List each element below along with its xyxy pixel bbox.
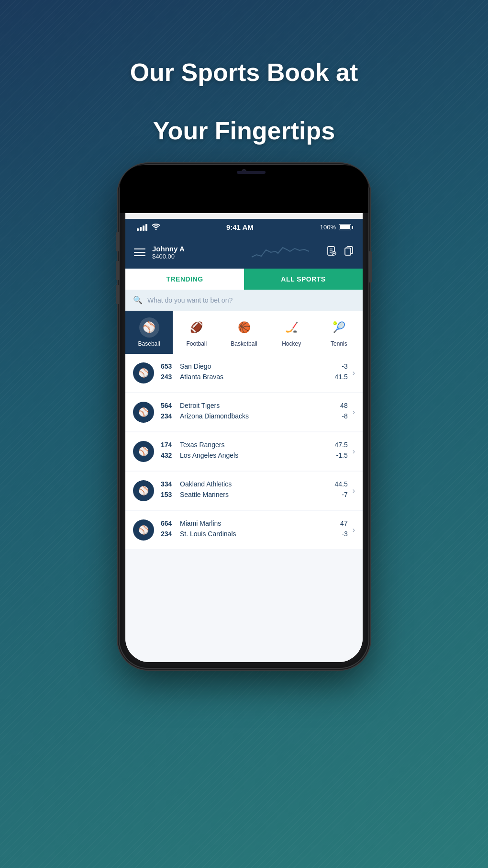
team2-name: Atlanta Bravas: [180, 373, 324, 381]
status-time: 9:41 AM: [226, 223, 254, 231]
battery-percent: 100%: [320, 224, 336, 231]
team1-name: San Diego: [180, 362, 324, 370]
chevron-right-icon: ›: [353, 526, 355, 534]
team2-number: 432: [161, 451, 175, 459]
team1-name: Oakland Athletics: [180, 480, 324, 488]
copy-button[interactable]: [344, 246, 354, 259]
hockey-icon: 🏒: [281, 317, 301, 338]
sport-basketball[interactable]: 🏀 Basketball: [220, 311, 267, 354]
team2-odds: -7: [329, 491, 348, 498]
team1-number: 653: [161, 362, 175, 370]
game-row[interactable]: ⚾ 334 Oakland Athletics 44.5 153 Seattle…: [125, 472, 363, 510]
team1-number: 334: [161, 480, 175, 488]
tab-trending[interactable]: TRENDING: [125, 269, 244, 290]
game-team1-row: 334 Oakland Athletics 44.5: [161, 480, 348, 488]
game-team2-row: 243 Atlanta Bravas 41.5: [161, 373, 348, 381]
team1-odds: 47: [329, 519, 348, 527]
game-row[interactable]: ⚾ 653 San Diego -3 243 Atlanta Bravas 41…: [125, 354, 363, 392]
team2-odds: -1.5: [329, 451, 348, 459]
team2-odds: -8: [329, 412, 348, 420]
team2-number: 234: [161, 530, 175, 538]
team1-odds: -3: [329, 362, 348, 370]
tennis-icon: 🎾: [329, 317, 349, 338]
search-bar[interactable]: 🔍 What do you want to bet on?: [125, 290, 363, 311]
game-info: 664 Miami Marlins 47 234 St. Louis Cardi…: [161, 519, 348, 541]
sport-baseball-label: Baseball: [138, 340, 160, 347]
sport-tennis-label: Tennis: [331, 340, 347, 347]
team2-odds: 41.5: [329, 373, 348, 381]
game-sport-icon: ⚾: [133, 441, 154, 462]
svg-rect-8: [345, 248, 351, 255]
hamburger-menu-button[interactable]: [134, 248, 145, 256]
user-info: Johnny A $400.00: [152, 245, 234, 260]
baseball-icon: ⚾: [139, 317, 159, 338]
sport-football[interactable]: 🏈 Football: [173, 311, 220, 354]
signal-icon: [137, 224, 147, 231]
game-team1-row: 174 Texas Rangers 47.5: [161, 441, 348, 449]
team1-name: Miami Marlins: [180, 519, 324, 527]
search-placeholder: What do you want to bet on?: [147, 296, 233, 304]
sport-baseball[interactable]: ⚾ Baseball: [125, 311, 173, 354]
game-team1-row: 653 San Diego -3: [161, 362, 348, 370]
game-sport-icon: ⚾: [133, 480, 154, 501]
basketball-icon: 🏀: [234, 317, 254, 338]
game-team2-row: 234 St. Louis Cardinals -3: [161, 530, 348, 538]
team1-odds: 44.5: [329, 480, 348, 488]
speaker: [237, 171, 266, 174]
tab-bar: TRENDING ALL SPORTS: [125, 269, 363, 290]
game-sport-icon: ⚾: [133, 362, 154, 383]
game-info: 564 Detroit Tigers 48 234 Arizona Diamon…: [161, 402, 348, 423]
chevron-right-icon: ›: [353, 408, 355, 417]
page-title: Our Sports Book at Your Fingertips: [101, 29, 387, 146]
team2-number: 234: [161, 412, 175, 420]
game-sport-icon: ⚾: [133, 519, 154, 541]
team1-name: Texas Rangers: [180, 441, 324, 449]
game-info: 653 San Diego -3 243 Atlanta Bravas 41.5: [161, 362, 348, 383]
notepad-button[interactable]: [326, 246, 337, 259]
team2-number: 243: [161, 373, 175, 381]
football-icon: 🏈: [187, 317, 207, 338]
user-balance: $400.00: [152, 253, 234, 260]
game-sport-icon: ⚾: [133, 402, 154, 423]
game-row[interactable]: ⚾ 564 Detroit Tigers 48 234 Arizona Diam…: [125, 393, 363, 431]
sports-categories: ⚾ Baseball 🏈 Football 🏀 Basketball 🏒 Hoc…: [125, 311, 363, 354]
status-bar: 9:41 AM 100%: [125, 219, 363, 236]
team2-number: 153: [161, 491, 175, 498]
team2-name: St. Louis Cardinals: [180, 530, 324, 538]
team1-number: 564: [161, 402, 175, 409]
app-header: Johnny A $400.00: [125, 236, 363, 269]
sport-tennis[interactable]: 🎾 Tennis: [315, 311, 363, 354]
phone-screen: 9:41 AM 100% Johnny A $400.00: [125, 171, 363, 662]
game-row[interactable]: ⚾ 664 Miami Marlins 47 234 St. Louis Car…: [125, 511, 363, 549]
sport-football-label: Football: [186, 340, 207, 347]
battery-icon: [339, 224, 351, 230]
game-team1-row: 664 Miami Marlins 47: [161, 519, 348, 527]
chevron-right-icon: ›: [353, 447, 355, 456]
game-team2-row: 432 Los Angeles Angels -1.5: [161, 451, 348, 459]
sport-hockey-label: Hockey: [282, 340, 301, 347]
game-row[interactable]: ⚾ 174 Texas Rangers 47.5 432 Los Angeles…: [125, 432, 363, 471]
game-info: 334 Oakland Athletics 44.5 153 Seattle M…: [161, 480, 348, 501]
team1-number: 174: [161, 441, 175, 449]
team2-odds: -3: [329, 530, 348, 538]
team2-name: Arizona Diamondbacks: [180, 412, 324, 420]
game-team2-row: 234 Arizona Diamondbacks -8: [161, 412, 348, 420]
tab-all-sports[interactable]: ALL SPORTS: [244, 269, 363, 290]
game-team1-row: 564 Detroit Tigers 48: [161, 402, 348, 409]
team1-odds: 47.5: [329, 441, 348, 449]
sport-basketball-label: Basketball: [231, 340, 257, 347]
sport-hockey[interactable]: 🏒 Hockey: [268, 311, 315, 354]
team2-name: Los Angeles Angels: [180, 451, 324, 459]
team1-odds: 48: [329, 402, 348, 409]
games-list: ⚾ 653 San Diego -3 243 Atlanta Bravas 41…: [125, 354, 363, 662]
battery-area: 100%: [320, 224, 351, 231]
wifi-icon: [152, 224, 160, 231]
user-name: Johnny A: [152, 245, 234, 253]
game-team2-row: 153 Seattle Mariners -7: [161, 491, 348, 498]
team1-number: 664: [161, 519, 175, 527]
search-icon: 🔍: [133, 295, 143, 304]
team2-name: Seattle Mariners: [180, 491, 324, 498]
chevron-right-icon: ›: [353, 486, 355, 495]
team1-name: Detroit Tigers: [180, 402, 324, 409]
game-info: 174 Texas Rangers 47.5 432 Los Angeles A…: [161, 441, 348, 462]
